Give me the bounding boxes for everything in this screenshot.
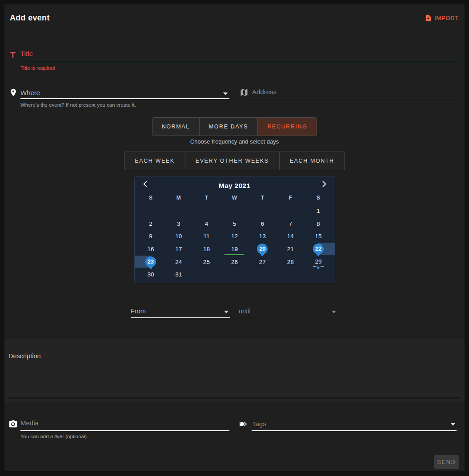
where-select[interactable]: Where xyxy=(20,89,40,96)
frequency-options: EACH WEEK EVERY OTHER WEEKS EACH MONTH xyxy=(124,152,345,170)
calendar-grid: 1234567891011121314151617181920212223242… xyxy=(137,204,333,281)
where-underline xyxy=(20,98,229,99)
weekday-label: S xyxy=(137,193,165,202)
calendar-next-month-button[interactable] xyxy=(320,180,329,188)
day-number: 5 xyxy=(229,218,240,229)
calendar-day-24[interactable]: 24 xyxy=(164,256,192,268)
calendar-day-21[interactable]: 21 xyxy=(277,243,305,256)
day-number: 23 xyxy=(145,256,156,267)
calendar-day-22[interactable]: 22 xyxy=(305,243,333,256)
import-button[interactable]: IMPORT xyxy=(425,14,459,22)
address-input[interactable] xyxy=(252,88,457,96)
calendar-day-20[interactable]: 20 xyxy=(249,243,277,256)
frequency-each-week-button[interactable]: EACH WEEK xyxy=(124,152,185,170)
tags-dropdown-arrow-icon[interactable] xyxy=(451,423,455,426)
calendar-day-26[interactable]: 26 xyxy=(220,256,249,268)
calendar-day-11[interactable]: 11 xyxy=(192,230,220,243)
calendar-day-16[interactable]: 16 xyxy=(137,243,165,256)
calendar-day-9[interactable]: 9 xyxy=(137,230,165,243)
until-dropdown-arrow-icon[interactable] xyxy=(332,311,336,313)
calendar-day-2[interactable]: 2 xyxy=(137,217,165,230)
day-number: 15 xyxy=(313,231,324,242)
until-time-select[interactable]: until xyxy=(239,308,251,315)
title-icon xyxy=(8,51,17,61)
day-number: 18 xyxy=(201,244,212,254)
weekday-label: S xyxy=(305,193,333,202)
where-helper-text: Where's the event? If not present you ca… xyxy=(20,102,136,108)
calendar-empty-cell xyxy=(137,204,165,217)
calendar-empty-cell xyxy=(192,268,220,281)
tags-underline xyxy=(252,430,457,431)
calendar-empty-cell xyxy=(277,204,305,217)
day-number: 20 xyxy=(257,244,268,254)
calendar-day-4[interactable]: 4 xyxy=(192,217,220,230)
frequency-each-month-button[interactable]: EACH MONTH xyxy=(279,152,345,170)
day-number: 22 xyxy=(313,244,324,254)
calendar-day-23[interactable]: 23 xyxy=(137,256,165,268)
day-number: 7 xyxy=(285,218,296,229)
calendar-header: May 2021 xyxy=(135,180,335,192)
calendar-day-14[interactable]: 14 xyxy=(277,230,305,243)
add-event-dialog: Add event IMPORT Title is required Where… xyxy=(4,4,465,471)
day-number: 4 xyxy=(201,218,212,229)
calendar-day-18[interactable]: 18 xyxy=(192,243,220,256)
calendar-day-8[interactable]: 8 xyxy=(305,217,333,230)
calendar-day-19[interactable]: 19 xyxy=(220,243,249,256)
calendar-day-27[interactable]: 27 xyxy=(249,256,277,268)
frequency-every-other-weeks-button[interactable]: EVERY OTHER WEEKS xyxy=(185,152,280,170)
calendar-empty-cell xyxy=(220,268,249,281)
calendar-day-30[interactable]: 30 xyxy=(137,268,165,281)
day-number: 24 xyxy=(173,256,184,267)
calendar-day-6[interactable]: 6 xyxy=(249,217,277,230)
calendar-empty-cell xyxy=(220,204,249,217)
from-time-select[interactable]: From xyxy=(131,308,146,315)
calendar-empty-cell xyxy=(249,204,277,217)
tab-more-days[interactable]: MORE DAYS xyxy=(199,117,258,136)
day-number: 27 xyxy=(257,256,268,267)
location-pin-icon xyxy=(9,88,18,99)
day-number: 2 xyxy=(145,218,156,229)
map-icon xyxy=(240,88,249,99)
calendar-day-1[interactable]: 1 xyxy=(305,204,333,217)
description-label: Description xyxy=(8,352,41,360)
calendar-day-31[interactable]: 31 xyxy=(164,268,192,281)
calendar-day-15[interactable]: 15 xyxy=(305,230,333,243)
calendar-month-label: May 2021 xyxy=(219,182,250,190)
send-button[interactable]: SEND xyxy=(434,455,459,469)
until-underline xyxy=(239,318,338,318)
description-textarea[interactable]: Description xyxy=(4,339,465,402)
calendar-day-13[interactable]: 13 xyxy=(249,230,277,243)
where-dropdown-arrow-icon[interactable] xyxy=(223,92,228,95)
weekday-label: W xyxy=(220,193,249,202)
calendar-day-5[interactable]: 5 xyxy=(220,217,249,230)
media-underline xyxy=(20,430,229,431)
day-number: 1 xyxy=(313,205,324,216)
day-number: 6 xyxy=(257,218,268,229)
day-number: 10 xyxy=(173,231,184,242)
tab-recurring[interactable]: RECURRING xyxy=(257,117,317,136)
calendar-day-29[interactable]: 29 xyxy=(305,256,333,268)
import-label: IMPORT xyxy=(434,15,459,21)
calendar-day-17[interactable]: 17 xyxy=(164,243,192,256)
day-number: 31 xyxy=(173,269,184,280)
tab-normal[interactable]: NORMAL xyxy=(152,117,200,136)
day-number: 9 xyxy=(145,231,156,242)
tags-select[interactable]: Tags xyxy=(252,420,266,428)
title-error-message: Title is required xyxy=(20,65,55,71)
calendar-empty-cell xyxy=(249,268,277,281)
calendar-day-25[interactable]: 25 xyxy=(192,256,220,268)
file-import-icon xyxy=(425,14,432,22)
description-underline xyxy=(8,398,461,398)
day-number: 16 xyxy=(145,244,156,254)
from-dropdown-arrow-icon[interactable] xyxy=(224,311,228,313)
calendar-day-7[interactable]: 7 xyxy=(277,217,305,230)
calendar-day-10[interactable]: 10 xyxy=(164,230,192,243)
calendar-day-12[interactable]: 12 xyxy=(220,230,249,243)
media-input[interactable] xyxy=(20,419,225,427)
calendar-day-28[interactable]: 28 xyxy=(277,256,305,268)
title-input[interactable] xyxy=(20,50,458,57)
day-number: 13 xyxy=(257,231,268,242)
day-number: 8 xyxy=(313,218,324,229)
calendar-day-3[interactable]: 3 xyxy=(164,217,192,230)
calendar-empty-cell xyxy=(164,204,192,217)
